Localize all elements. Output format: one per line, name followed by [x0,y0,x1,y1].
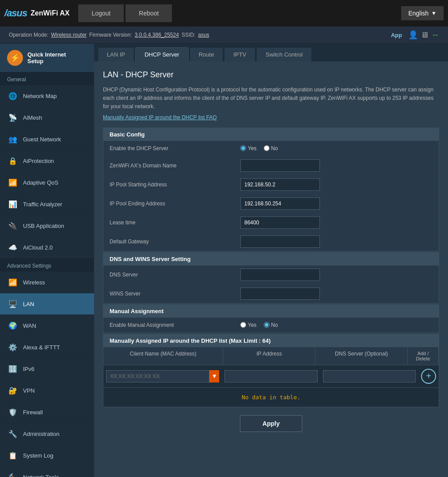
apply-button[interactable]: Apply [240,415,302,432]
enable-dhcp-yes-radio[interactable] [240,145,246,151]
sidebar-item-label: AiMesh [23,114,42,121]
manual-dns-input[interactable] [323,370,416,382]
domain-name-label: ZenWiFi AX's Domain Name [103,158,236,173]
op-mode-link[interactable]: Wireless router [51,32,87,38]
firewall-icon: 🛡️ [7,406,19,418]
ip-pool-end-label: IP Pool Ending Address [103,196,236,211]
manual-ip-input[interactable] [224,370,317,382]
tab-dhcp-server[interactable]: DHCP Server [135,47,189,61]
fw-link[interactable]: 3.0.0.4.386_25524 [135,32,179,38]
wins-server-value [236,284,439,303]
logout-button[interactable]: Logout [78,4,124,22]
manual-assignment-section: Manual Assignment Enable Manual Assignme… [103,304,439,333]
dns-wins-section: DNS and WINS Server Setting DNS Server W… [103,252,439,303]
asus-logo: /asus [4,8,27,19]
sidebar-item-alexa-ifttt[interactable]: ⚙️ Alexa & IFTTT [0,337,94,358]
basic-config-section: Basic Config Enable the DHCP Server Yes [103,128,439,251]
sidebar-item-label: Adaptive QoS [23,179,58,186]
tab-bar: LAN IP DHCP Server Route IPTV Switch Con… [94,44,448,61]
sidebar-item-label: USB Application [23,223,64,229]
sidebar-item-firewall[interactable]: 🛡️ Firewall [0,401,94,423]
main-layout: ⚡ Quick InternetSetup General 🌐 Network … [0,44,448,477]
sidebar-item-label: Alexa & IFTTT [23,344,60,351]
dns-wins-header: DNS and WINS Server Setting [103,253,439,265]
sidebar-item-usb-application[interactable]: 🔌 USB Application [0,215,94,237]
enable-dhcp-no-label[interactable]: No [264,145,278,151]
quick-setup-icon: ⚡ [7,50,23,66]
monitor-icon[interactable]: 🖥 [421,30,429,40]
sidebar-item-adaptive-qos[interactable]: 📶 Adaptive QoS [0,172,94,193]
enable-manual-yes-radio[interactable] [240,322,246,328]
tab-route[interactable]: Route [190,47,224,61]
sidebar-item-aimesh[interactable]: 📡 AiMesh [0,107,94,129]
user-icon[interactable]: 👤 [408,30,418,40]
tab-iptv[interactable]: IPTV [224,47,255,61]
default-gateway-input[interactable] [240,235,320,248]
advanced-section-label: Advanced Settings [0,258,94,272]
sidebar-item-system-log[interactable]: 📋 System Log [0,445,94,466]
network-icon[interactable]: ↔ [431,30,439,40]
domain-name-row: ZenWiFi AX's Domain Name [103,156,439,175]
sidebar-item-wan[interactable]: 🌍 WAN [0,315,94,337]
default-gateway-row: Default Gateway [103,232,439,251]
sidebar-item-aicloud[interactable]: ☁️ AiCloud 2.0 [0,237,94,258]
add-row-button[interactable]: + [421,369,436,384]
sidebar-item-label: Network Map [23,93,57,99]
adaptive-qos-icon: 📶 [7,177,19,188]
sidebar-item-administration[interactable]: 🔧 Administration [0,423,94,445]
dns-server-value [236,265,439,284]
language-selector[interactable]: English ▼ [401,6,444,20]
no-text: No [271,145,278,151]
sidebar-item-lan[interactable]: 🖥️ LAN [0,293,94,315]
reboot-button[interactable]: Reboot [125,4,172,22]
ip-pool-start-input[interactable] [240,178,320,191]
default-gateway-value [236,232,439,251]
enable-dhcp-no-radio[interactable] [264,145,270,151]
dns-server-row: DNS Server [103,265,439,284]
yes-text: Yes [248,145,257,151]
manual-table-title: Manually Assigned IP around the DHCP lis… [103,334,439,347]
enable-manual-no-label[interactable]: No [264,322,278,328]
sidebar-item-network-tools[interactable]: 🔨 Network Tools [0,466,94,477]
dns-server-label: DNS Server [103,267,236,282]
enable-manual-no-radio[interactable] [264,322,270,328]
quick-internet-setup[interactable]: ⚡ Quick InternetSetup [0,44,94,72]
aiprotection-icon: 🔒 [7,155,19,167]
sidebar-item-ipv6[interactable]: 🔢 IPv6 [0,358,94,380]
faq-link[interactable]: Manually Assigned IP around the DHCP lis… [103,114,217,121]
enable-manual-yes-label[interactable]: Yes [240,322,257,328]
sidebar-item-network-map[interactable]: 🌐 Network Map [0,85,94,107]
lease-time-input[interactable] [240,216,320,229]
enable-manual-row: Enable Manual Assignment Yes No [103,318,439,333]
domain-name-input[interactable] [240,159,320,172]
ssid-link[interactable]: asus [198,32,209,38]
quick-setup-label: Quick InternetSetup [27,51,66,64]
tab-switch-control[interactable]: Switch Control [256,47,312,61]
page-description: DHCP (Dynamic Host Configuration Protoco… [103,86,439,111]
app-button[interactable]: App [391,32,402,38]
mac-input-wrap: ▼ [106,370,219,382]
lease-time-value [236,213,439,232]
ip-pool-end-input[interactable] [240,197,320,210]
sidebar-item-guest-network[interactable]: 👥 Guest Network [0,129,94,150]
domain-name-value [236,156,439,175]
dns-server-input[interactable] [240,269,320,281]
enable-dhcp-value: Yes No [236,142,439,155]
wins-server-input[interactable] [240,288,320,300]
sidebar-item-label: AiCloud 2.0 [23,244,53,251]
mac-address-input[interactable] [106,370,209,382]
sidebar-item-aiprotection[interactable]: 🔒 AiProtection [0,150,94,172]
sidebar-item-traffic-analyzer[interactable]: 📊 Traffic Analyzer [0,193,94,215]
sidebar-item-wireless[interactable]: 📶 Wireless [0,272,94,293]
yes-text: Yes [248,322,257,328]
wins-server-row: WINS Server [103,284,439,303]
col-add-header: Add / Delete [408,347,439,365]
sidebar-item-label: Firewall [23,409,43,416]
network-tools-icon: 🔨 [7,471,19,477]
tab-lan-ip[interactable]: LAN IP [98,47,134,61]
enable-dhcp-yes-label[interactable]: Yes [240,145,257,151]
sidebar-item-vpn[interactable]: 🔐 VPN [0,380,94,401]
wireless-icon: 📶 [7,276,19,288]
mac-dropdown-button[interactable]: ▼ [209,370,219,382]
content-area: LAN IP DHCP Server Route IPTV Switch Con… [94,44,448,477]
